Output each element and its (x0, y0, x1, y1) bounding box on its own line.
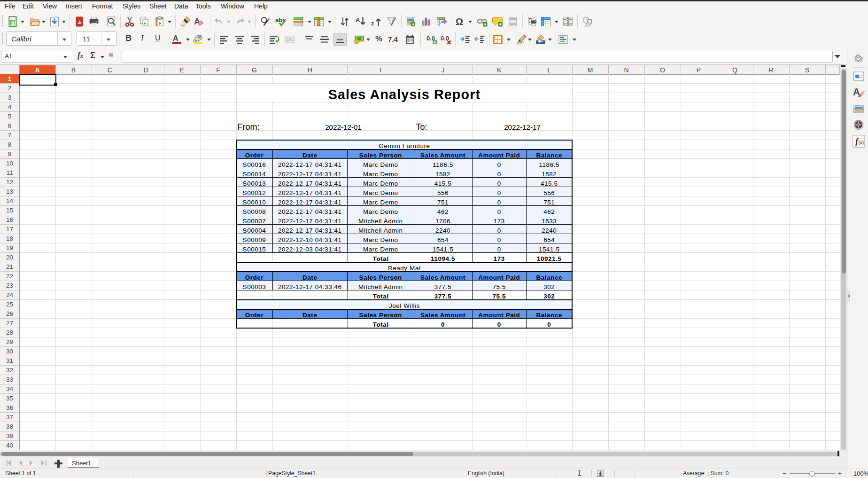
svg-text:A: A (173, 34, 178, 42)
svg-text:A: A (356, 16, 360, 23)
svg-text:(x): (x) (858, 140, 864, 145)
svg-text:Ω: Ω (456, 16, 463, 27)
svg-text:z: z (371, 20, 374, 27)
